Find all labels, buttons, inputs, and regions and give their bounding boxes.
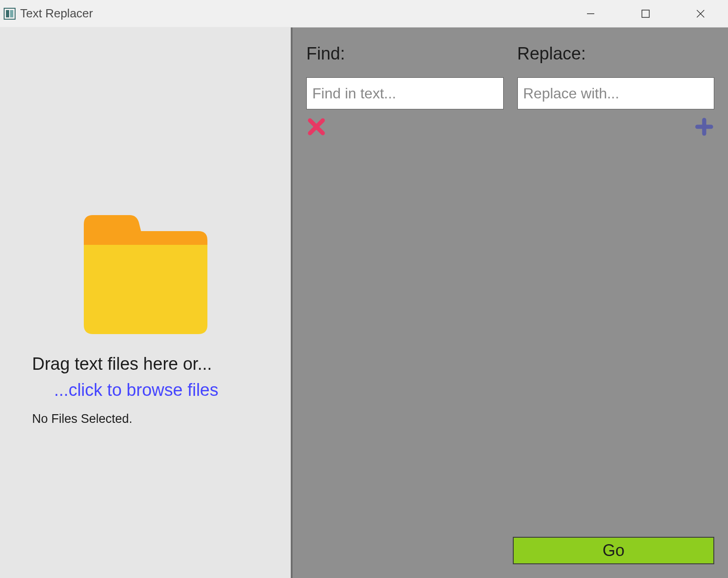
main-content: Drag text files here or... ...click to b… xyxy=(0,27,728,578)
plus-icon xyxy=(695,118,713,136)
browse-files-link[interactable]: ...click to browse files xyxy=(0,380,291,400)
find-replace-row: Find: Replace: xyxy=(306,44,714,109)
svg-rect-2 xyxy=(10,10,13,17)
close-icon xyxy=(695,9,706,19)
svg-rect-0 xyxy=(4,8,15,19)
close-window-button[interactable] xyxy=(673,0,728,27)
go-button[interactable]: Go xyxy=(513,537,714,564)
file-drop-panel[interactable]: Drag text files here or... ...click to b… xyxy=(0,27,291,578)
titlebar-left: Text Replacer xyxy=(4,6,93,21)
svg-rect-1 xyxy=(6,10,9,17)
row-controls xyxy=(306,118,714,136)
replace-panel: Find: Replace: Go xyxy=(291,27,728,578)
find-input[interactable] xyxy=(306,77,504,109)
drag-instructions-text: Drag text files here or... xyxy=(0,354,291,374)
minimize-button[interactable] xyxy=(563,0,618,27)
find-label: Find: xyxy=(306,44,504,64)
x-icon xyxy=(307,118,326,136)
find-column: Find: xyxy=(306,44,504,109)
minimize-icon xyxy=(586,9,595,18)
files-status-text: No Files Selected. xyxy=(0,412,291,426)
add-row-button[interactable] xyxy=(695,118,713,136)
svg-rect-4 xyxy=(642,10,649,17)
replace-column: Replace: xyxy=(517,44,715,109)
replace-label: Replace: xyxy=(517,44,715,64)
remove-row-button[interactable] xyxy=(307,118,326,136)
app-icon xyxy=(4,8,16,20)
window-title: Text Replacer xyxy=(20,6,93,21)
replace-input[interactable] xyxy=(517,77,715,109)
titlebar: Text Replacer xyxy=(0,0,728,27)
maximize-button[interactable] xyxy=(618,0,673,27)
maximize-icon xyxy=(641,10,650,18)
window-controls xyxy=(563,0,728,27)
folder-icon xyxy=(79,211,212,336)
